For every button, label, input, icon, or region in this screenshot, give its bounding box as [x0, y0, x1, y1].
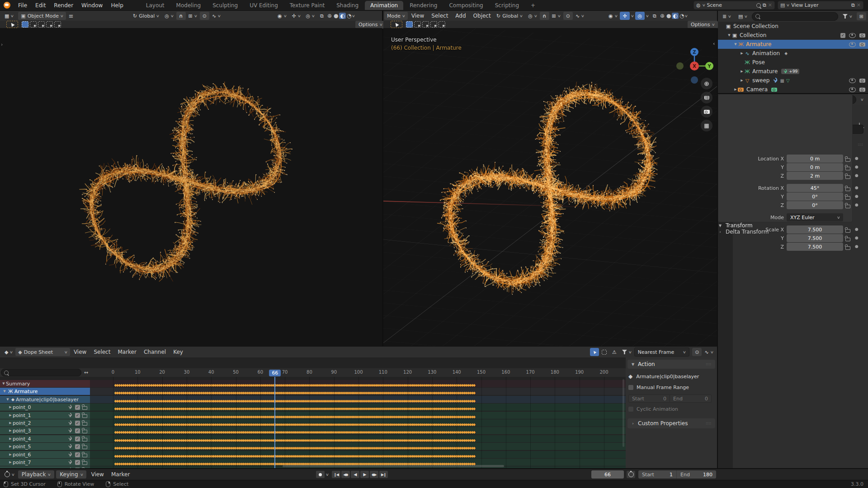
- disable-render-icon[interactable]: [859, 42, 865, 47]
- blender-logo-icon[interactable]: [4, 2, 10, 9]
- animate-dot[interactable]: ●: [855, 235, 859, 240]
- channel-lock-icon[interactable]: [82, 454, 87, 457]
- channel-armature-clip0-baselayer[interactable]: ▼◆Armature|clip0|baselayer: [0, 396, 90, 403]
- disclosure-closed-icon[interactable]: ▶: [740, 79, 744, 82]
- outliner-filter-id-dropdown[interactable]: ▤∨: [736, 12, 750, 20]
- disable-render-icon[interactable]: [859, 79, 865, 83]
- scene-selector[interactable]: ◍ ∨ Scene ⧉ ✕: [693, 1, 775, 9]
- menu-marker[interactable]: Marker: [108, 471, 133, 478]
- start-frame-field[interactable]: Start 1: [638, 470, 676, 479]
- menu-select[interactable]: Select: [90, 349, 114, 355]
- dopesheet-mode-dropdown[interactable]: ◆Dope Sheet∨: [15, 348, 70, 356]
- disclosure-open-icon[interactable]: ▼: [733, 42, 738, 46]
- hide-eye-icon[interactable]: [849, 42, 856, 47]
- menu-select[interactable]: Select: [428, 13, 452, 19]
- toolbar-expand-icon[interactable]: ›: [1, 42, 3, 47]
- unlock-icon[interactable]: [845, 196, 850, 200]
- pivot-point-dropdown[interactable]: ◎∨: [162, 12, 176, 20]
- current-frame-field[interactable]: 66: [591, 470, 624, 479]
- tab-scripting[interactable]: Scripting: [490, 1, 524, 10]
- channel-point-6[interactable]: ▶point_6✓: [0, 451, 90, 458]
- channel-lock-icon[interactable]: [82, 446, 87, 449]
- select-mode-new-button[interactable]: [22, 21, 28, 28]
- custom-properties-panel[interactable]: ›Custom Properties ∷∷: [627, 418, 715, 428]
- menu-view[interactable]: View: [87, 471, 107, 478]
- close-icon[interactable]: ✕: [768, 2, 772, 8]
- channel-modifier-icon[interactable]: [68, 405, 72, 409]
- channel-lock-icon[interactable]: [82, 406, 87, 410]
- outliner-row-sweep[interactable]: ▶▽sweep▦▽: [718, 76, 868, 85]
- select-mode-new-button[interactable]: [406, 21, 413, 28]
- transform-orientation-dropdown[interactable]: ↻Global∨: [494, 12, 525, 20]
- transform-orientation-dropdown[interactable]: ↻Global∨: [130, 12, 162, 20]
- show-overlays-toggle[interactable]: ◎∨: [303, 12, 317, 20]
- channel-enable-checkbox[interactable]: ✓: [75, 460, 80, 465]
- view-object-types-dropdown[interactable]: ◉∨: [606, 12, 620, 20]
- mode-dropdown[interactable]: Mode∨: [384, 12, 408, 20]
- keyframes-point-0[interactable]: ◆◆◆◆◆◆◆◆◆◆◆◆◆◆◆◆◆◆◆◆◆◆◆◆◆◆◆◆◆◆◆◆◆◆◆◆◆◆◆◆…: [114, 405, 556, 410]
- unlock-icon[interactable]: [845, 175, 850, 179]
- outliner-row-animation[interactable]: ▶∿Animation◈: [718, 49, 868, 58]
- toggle-ortho-button[interactable]: ▦: [701, 120, 712, 131]
- cyclic-animation-checkbox[interactable]: Cyclic Animation: [628, 406, 714, 412]
- value-field[interactable]: 45°: [787, 184, 843, 192]
- shading-material-button[interactable]: ◐: [672, 13, 678, 19]
- tab-shading[interactable]: Shading: [331, 1, 364, 10]
- end-frame-field[interactable]: End 0: [670, 394, 712, 403]
- channel-enable-checkbox[interactable]: ✓: [75, 405, 80, 410]
- exclude-checkbox[interactable]: ✓: [840, 33, 845, 38]
- snap-options-dropdown[interactable]: ⊞∨: [186, 12, 200, 20]
- viewport-3d-left[interactable]: ›: [0, 28, 382, 346]
- shading-material-button[interactable]: ◐: [339, 13, 345, 19]
- hide-eye-icon[interactable]: [849, 78, 856, 83]
- channel-enable-checkbox[interactable]: ✓: [75, 428, 80, 433]
- snap-toggle[interactable]: ∩: [540, 12, 549, 20]
- unlock-icon[interactable]: [845, 158, 850, 162]
- filter-dropdown[interactable]: ∨: [619, 348, 634, 356]
- proportional-edit-toggle[interactable]: ⊙: [692, 348, 702, 356]
- channel-modifier-icon[interactable]: [68, 428, 72, 433]
- snap-toggle[interactable]: ∩: [176, 12, 186, 20]
- value-field[interactable]: 7.500: [787, 234, 843, 242]
- unlock-icon[interactable]: [845, 188, 850, 191]
- select-mode-invert-button[interactable]: [430, 21, 437, 28]
- channel-summary[interactable]: ▼Summary: [0, 380, 90, 387]
- animate-dot[interactable]: ●: [855, 185, 859, 190]
- disclosure-closed-icon[interactable]: ▶: [740, 52, 744, 55]
- next-keyframe-button[interactable]: ◆▶: [370, 471, 378, 478]
- object-name-field[interactable]: ▣ ∨ Armature: [735, 125, 863, 134]
- only-selected-toggle[interactable]: [590, 348, 599, 356]
- disclosure-open-icon[interactable]: ▼: [2, 389, 7, 393]
- breadcrumb[interactable]: Armature: [744, 111, 769, 117]
- channel-enable-checkbox[interactable]: ✓: [75, 421, 80, 426]
- menu-add[interactable]: Add: [452, 13, 469, 19]
- show-gizmo-toggle[interactable]: ✢: [620, 12, 629, 20]
- value-field[interactable]: 0°: [787, 201, 843, 209]
- only-errors-toggle[interactable]: ⚠: [609, 348, 619, 356]
- menu-object[interactable]: Object: [470, 13, 495, 19]
- menu-playback[interactable]: Playback∨: [18, 470, 54, 479]
- animate-dot[interactable]: ●: [855, 202, 859, 207]
- channel-enable-checkbox[interactable]: ✓: [75, 452, 80, 457]
- channel-point-0[interactable]: ▶point_0✓: [0, 404, 90, 411]
- channel-modifier-icon[interactable]: [68, 468, 72, 468]
- pin-icon[interactable]: [756, 3, 761, 8]
- tab-animation[interactable]: Animation: [365, 1, 403, 10]
- playhead-line[interactable]: [274, 377, 275, 468]
- horizontal-scrollbar[interactable]: [283, 465, 504, 467]
- outliner-row-scene-collection[interactable]: ▣Scene Collection: [718, 22, 868, 31]
- disclosure-closed-icon[interactable]: ▶: [8, 460, 13, 464]
- shading-dropdown[interactable]: ∨: [352, 14, 355, 18]
- menu-marker[interactable]: Marker: [114, 349, 140, 355]
- shading-wireframe-button[interactable]: ⊕: [659, 13, 665, 19]
- channel-modifier-icon[interactable]: [68, 452, 72, 457]
- disclosure-closed-icon[interactable]: ▶: [8, 445, 13, 448]
- action-name[interactable]: Armature|clip0|baselayer: [636, 374, 699, 380]
- menu-view[interactable]: View: [70, 349, 90, 355]
- close-icon[interactable]: ✕: [857, 2, 861, 8]
- animate-dot[interactable]: ●: [855, 173, 859, 178]
- active-tool-button[interactable]: [391, 21, 402, 28]
- region-collapse-icon[interactable]: ‹: [713, 41, 715, 47]
- zoom-viewport-button[interactable]: ⊕: [701, 78, 712, 89]
- pivot-point-dropdown[interactable]: ◎∨: [525, 12, 539, 20]
